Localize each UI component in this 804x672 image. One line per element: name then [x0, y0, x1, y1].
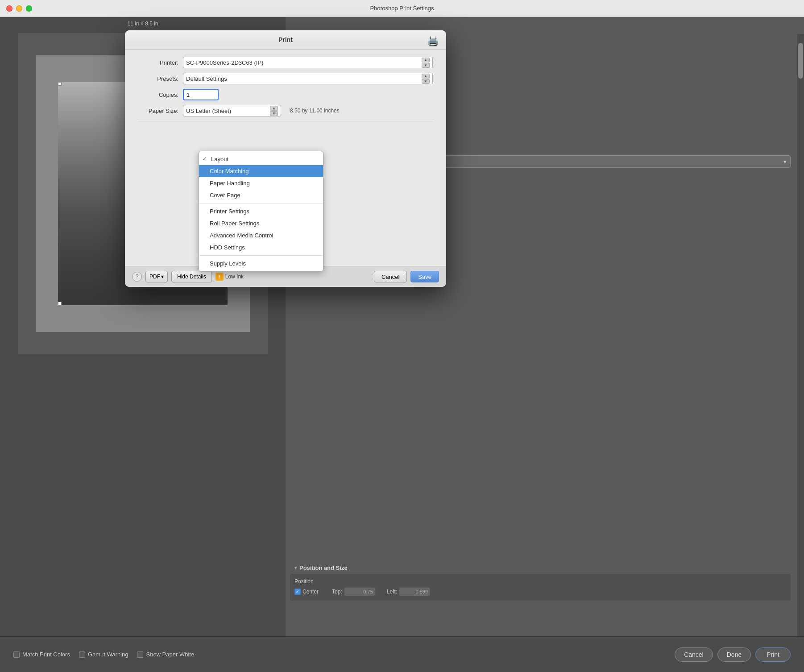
- dialog-title: Print: [278, 36, 293, 43]
- layout-select-arrow: ▾: [783, 158, 787, 165]
- paper-size-info: 8.50 by 11.00 inches: [290, 108, 340, 114]
- paper-size-label: Paper Size:: [138, 108, 178, 114]
- bottom-done-button[interactable]: Done: [717, 647, 751, 662]
- dropdown-item-printer-settings-label: Printer Settings: [210, 208, 249, 215]
- bottom-print-button[interactable]: Print: [755, 647, 791, 662]
- pdf-label: PDF: [149, 274, 160, 280]
- dropdown-item-printer-settings[interactable]: Printer Settings: [199, 205, 323, 217]
- printer-label: Printer:: [138, 59, 178, 66]
- left-input[interactable]: [399, 587, 430, 596]
- top-field: Top:: [332, 587, 375, 596]
- print-icon-button[interactable]: 🖨️: [426, 34, 440, 48]
- pos-size-content: Position ✓ Center Top: Left:: [290, 574, 791, 601]
- dropdown-item-advanced-media[interactable]: Advanced Media Control: [199, 229, 323, 241]
- warning-symbol: !: [219, 274, 220, 279]
- copies-input[interactable]: [183, 89, 219, 100]
- presets-value: Default Settings: [186, 75, 227, 82]
- dropdown-item-cover-page[interactable]: Cover Page: [199, 189, 323, 201]
- printer-arrow-up[interactable]: ▲: [422, 58, 430, 62]
- printer-row: Printer: SC-P9000Series-2D3C63 (IP) ▲ ▼: [138, 57, 433, 68]
- dropdown-item-paper-handling-label: Paper Handling: [210, 180, 250, 187]
- dropdown-item-supply-levels-label: Supply Levels: [210, 260, 246, 267]
- scrollbar-thumb[interactable]: [798, 43, 803, 79]
- resize-handle-tl[interactable]: [58, 82, 62, 86]
- dropdown-item-roll-paper[interactable]: Roll Paper Settings: [199, 217, 323, 229]
- low-ink-warning: ! Low Ink: [216, 273, 244, 281]
- dropdown-separator-1: [199, 203, 323, 203]
- match-print-colors-checkbox-item: Match Print Colors: [13, 651, 70, 658]
- preview-dimensions: 11 in × 8.5 in: [127, 17, 158, 29]
- paper-size-select[interactable]: US Letter (Sheet) ▲ ▼: [183, 105, 281, 116]
- warning-icon: !: [216, 273, 224, 281]
- minimize-button[interactable]: [16, 5, 22, 12]
- print-dialog: 🖨️ Print Printer: SC-P9000Series-2D3C63 …: [125, 30, 446, 287]
- window-title: Photoshop Print Settings: [370, 5, 434, 12]
- dialog-cancel-button[interactable]: Cancel: [374, 271, 407, 282]
- resize-handle-bl[interactable]: [58, 302, 62, 305]
- paper-size-arrows: ▲ ▼: [270, 105, 278, 116]
- position-size-section: ▾ Position and Size Position ✓ Center To…: [290, 562, 791, 601]
- collapse-arrow-icon: ▾: [294, 565, 297, 570]
- presets-select[interactable]: Default Settings ▲ ▼: [183, 73, 433, 84]
- paper-size-arrow-down[interactable]: ▼: [270, 111, 278, 116]
- dropdown-item-cover-page-label: Cover Page: [210, 192, 240, 199]
- top-input[interactable]: [344, 587, 375, 596]
- pos-size-title: Position and Size: [299, 564, 348, 571]
- dialog-body: Printer: SC-P9000Series-2D3C63 (IP) ▲ ▼ …: [125, 50, 446, 266]
- gamut-warning-checkbox[interactable]: [79, 651, 85, 658]
- pos-size-header: ▾ Position and Size: [290, 562, 791, 574]
- dropdown-item-hdd-settings-label: HDD Settings: [210, 244, 245, 251]
- dropdown-item-roll-paper-label: Roll Paper Settings: [210, 220, 259, 227]
- printer-arrows: ▲ ▼: [422, 57, 430, 68]
- dialog-titlebar: Print: [125, 30, 446, 50]
- presets-label: Presets:: [138, 75, 178, 82]
- left-label: Left:: [387, 589, 397, 595]
- dropdown-item-layout-label: Layout: [211, 156, 228, 162]
- copies-label: Copies:: [138, 91, 178, 98]
- printer-select[interactable]: SC-P9000Series-2D3C63 (IP) ▲ ▼: [183, 57, 433, 68]
- printer-arrow-down[interactable]: ▼: [422, 63, 430, 68]
- position-label: Position: [294, 578, 786, 585]
- hide-details-button[interactable]: Hide Details: [171, 271, 212, 282]
- presets-arrow-down[interactable]: ▼: [422, 79, 430, 84]
- printer-value: SC-P9000Series-2D3C63 (IP): [186, 59, 263, 66]
- dropdown-item-advanced-media-label: Advanced Media Control: [210, 232, 273, 239]
- top-label: Top:: [332, 589, 342, 595]
- show-paper-white-checkbox-item: Show Paper White: [137, 651, 194, 658]
- main-window: Photoshop Print Settings 11 in × 8.5 in …: [0, 0, 804, 672]
- scrollbar[interactable]: [797, 34, 804, 636]
- bottom-buttons: Cancel Done Print: [675, 647, 791, 662]
- center-checkbox[interactable]: ✓: [294, 589, 301, 595]
- dropdown-item-paper-handling[interactable]: Paper Handling: [199, 177, 323, 189]
- pdf-arrow: ▾: [161, 274, 164, 280]
- paper-size-value: US Letter (Sheet): [186, 108, 231, 114]
- match-print-colors-label: Match Print Colors: [22, 651, 70, 658]
- low-ink-label: Low Ink: [225, 274, 244, 280]
- match-print-colors-checkbox[interactable]: [13, 651, 20, 658]
- bottom-toolbar: Match Print Colors Gamut Warning Show Pa…: [0, 636, 804, 672]
- paper-size-row: Paper Size: US Letter (Sheet) ▲ ▼ 8.50 b…: [138, 105, 433, 116]
- gamut-warning-label: Gamut Warning: [88, 651, 128, 658]
- help-button[interactable]: ?: [132, 272, 142, 282]
- presets-arrows: ▲ ▼: [422, 73, 430, 84]
- dropdown-item-layout[interactable]: Layout: [199, 153, 323, 165]
- content-area: 11 in × 8.5 in 1 ↕ ↔ Layout: [0, 17, 804, 672]
- gamut-warning-checkbox-item: Gamut Warning: [79, 651, 128, 658]
- bottom-cancel-button[interactable]: Cancel: [675, 647, 713, 662]
- copies-row: Copies:: [138, 89, 433, 100]
- show-paper-white-label: Show Paper White: [146, 651, 194, 658]
- titlebar-buttons: [6, 5, 32, 12]
- presets-arrow-up[interactable]: ▲: [422, 74, 430, 79]
- pdf-button[interactable]: PDF ▾: [145, 271, 168, 282]
- dropdown-item-supply-levels[interactable]: Supply Levels: [199, 257, 323, 270]
- dialog-save-button[interactable]: Save: [410, 271, 439, 282]
- dropdown-item-color-matching-label: Color Matching: [210, 168, 249, 174]
- maximize-button[interactable]: [26, 5, 32, 12]
- close-button[interactable]: [6, 5, 12, 12]
- dropdown-item-color-matching[interactable]: Color Matching: [199, 165, 323, 177]
- show-paper-white-checkbox[interactable]: [137, 651, 143, 658]
- paper-size-arrow-up[interactable]: ▲: [270, 106, 278, 111]
- position-row: ✓ Center Top: Left:: [294, 587, 786, 596]
- dropdown-item-hdd-settings[interactable]: HDD Settings: [199, 241, 323, 253]
- hide-details-label: Hide Details: [177, 274, 206, 280]
